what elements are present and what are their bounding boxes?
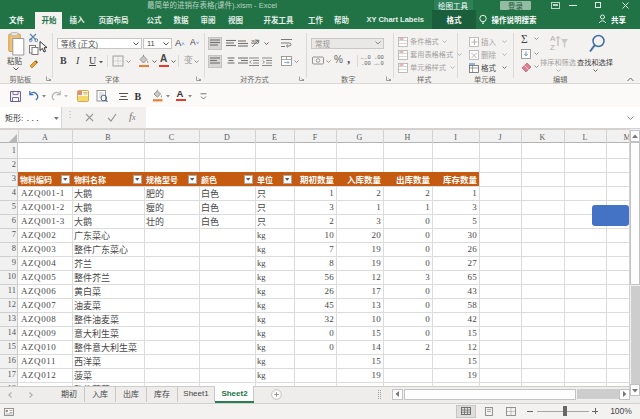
svg-text:A: A: [550, 34, 556, 43]
svg-text:ab: ab: [251, 38, 259, 45]
svg-text:Z: Z: [550, 43, 555, 52]
